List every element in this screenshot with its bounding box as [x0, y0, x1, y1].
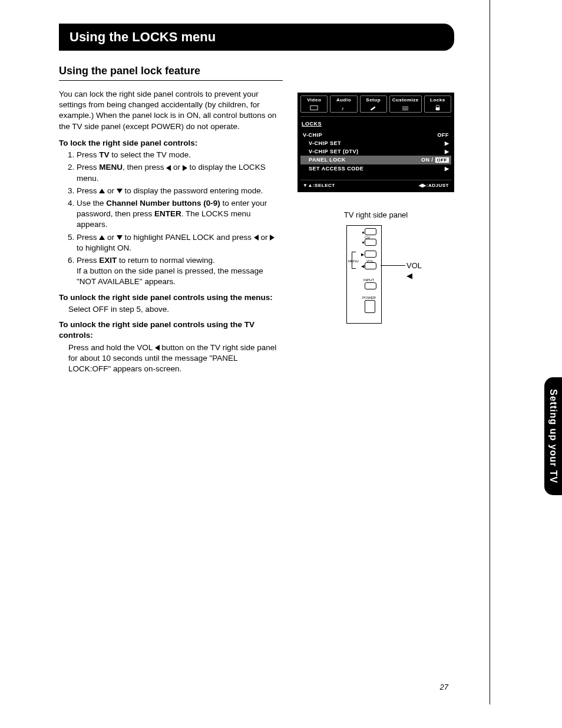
svg-text:♪: ♪	[342, 105, 345, 111]
osd-tabs: Video Audio ♪ Setup Customize	[300, 95, 451, 117]
step-2: Press MENU, then press or to display the…	[77, 162, 280, 183]
section-title: Using the panel lock feature	[59, 64, 283, 81]
triangle-up-icon	[99, 189, 105, 193]
osd-tab-audio: Audio ♪	[330, 95, 357, 113]
svg-rect-0	[310, 106, 318, 110]
side-tab: Setting up your TV	[544, 377, 562, 495]
osd-row-vchip: V-CHIPOFF	[300, 131, 451, 139]
triangle-right-icon	[270, 235, 275, 241]
osd-tab-setup: Setup	[360, 95, 387, 113]
triangle-up-icon	[99, 235, 105, 240]
step-3: Press or to display the password enterin…	[77, 186, 280, 196]
step-5: Press or to highlight PANEL LOCK and pre…	[77, 232, 280, 253]
osd-tab-customize: Customize	[389, 95, 422, 113]
triangle-left-icon	[155, 345, 160, 351]
osd-row-panel-lock: PANEL LOCK ON / OFF	[300, 156, 451, 164]
osd-row-vchip-set-dtv: V-CHIP SET (DTV)▶	[300, 147, 451, 156]
triangle-left-icon	[254, 235, 259, 241]
triangle-down-icon	[117, 189, 123, 193]
triangle-right-icon	[183, 165, 187, 171]
lock-icon	[434, 105, 442, 111]
body-text-column: You can lock the right side panel contro…	[59, 89, 280, 379]
unlock-tv-heading: To unlock the right side panel controls …	[59, 319, 280, 341]
osd-tab-video: Video	[300, 95, 328, 113]
tv-side-panel-diagram: ▲ CH ▼ ▶ MENU VOL ◀ INPUT	[323, 225, 429, 324]
panel-caption: TV right side panel	[297, 210, 454, 220]
lock-steps: Press TV to select the TV mode. Press ME…	[59, 150, 280, 288]
step-4: Use the Channel Number buttons (0-9) to …	[77, 198, 280, 230]
page-header: Using the LOCKS menu	[59, 24, 454, 51]
osd-row-set-access-code: SET ACCESS CODE▶	[300, 164, 451, 173]
osd-menu: Video Audio ♪ Setup Customize	[297, 93, 454, 192]
page-number: 27	[440, 682, 448, 693]
step-1: Press TV to select the TV mode.	[77, 150, 280, 160]
lock-heading: To lock the right side panel controls:	[59, 138, 280, 149]
osd-footer: ▼▲:SELECT ◀▶:ADJUST	[300, 180, 451, 189]
vol-callout: VOL ◀	[406, 261, 429, 281]
intro-text: You can lock the right side panel contro…	[59, 89, 280, 132]
osd-title: LOCKS	[302, 120, 451, 127]
osd-tab-locks: Locks	[424, 95, 451, 113]
triangle-down-icon	[117, 235, 123, 240]
unlock-menu-body: Select OFF in step 5, above.	[59, 304, 280, 315]
step-6: Press EXIT to return to normal viewing. …	[77, 255, 280, 288]
svg-rect-5	[436, 107, 440, 110]
unlock-tv-body: Press and hold the VOL button on the TV …	[59, 342, 280, 375]
osd-row-vchip-set: V-CHIP SET▶	[300, 139, 451, 147]
unlock-menu-heading: To unlock the right side panel controls …	[59, 292, 280, 303]
